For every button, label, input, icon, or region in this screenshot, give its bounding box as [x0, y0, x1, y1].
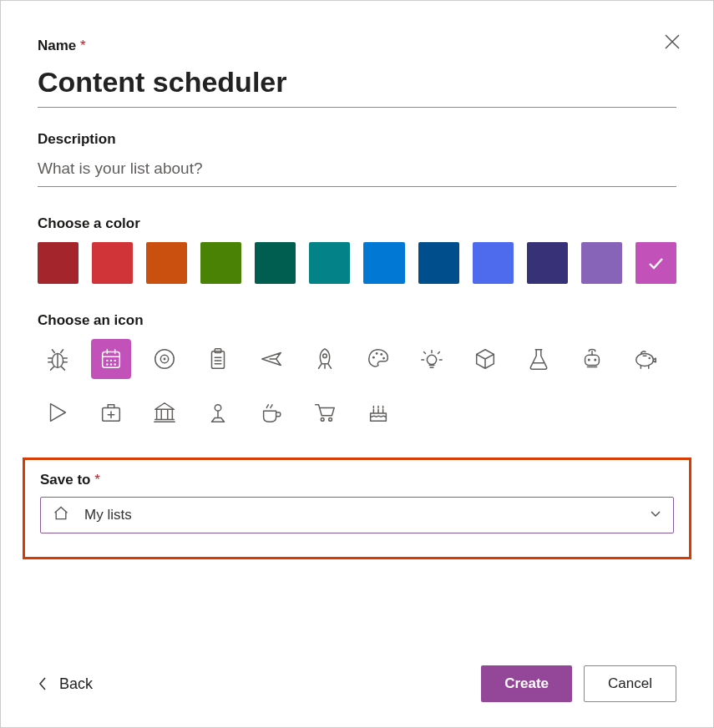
icon-option-calendar-icon[interactable]: [91, 339, 131, 379]
icon-option-bug-icon[interactable]: [38, 339, 78, 379]
svg-point-13: [323, 354, 327, 358]
icon-option-coffee-icon[interactable]: [251, 392, 291, 432]
svg-point-20: [588, 358, 590, 361]
cake-icon: [366, 400, 391, 425]
svg-point-3: [110, 360, 112, 361]
icon-option-mappin-icon[interactable]: [198, 392, 238, 432]
color-swatch-red[interactable]: [92, 242, 133, 284]
icon-option-cube-icon[interactable]: [465, 339, 505, 379]
calendar-icon: [99, 346, 124, 372]
airplane-icon: [259, 346, 284, 372]
icon-option-palette-icon[interactable]: [358, 339, 398, 379]
cart-icon: [312, 400, 337, 425]
close-icon: [665, 34, 680, 49]
dialog-footer: Back Create Cancel: [38, 665, 676, 702]
create-button[interactable]: Create: [481, 665, 572, 702]
icon-option-airplane-icon[interactable]: [251, 339, 291, 379]
target-icon: [152, 346, 177, 372]
name-label: Name *: [38, 38, 676, 54]
icon-option-robot-icon[interactable]: [572, 339, 612, 379]
description-input[interactable]: [38, 154, 676, 187]
color-swatch-green[interactable]: [200, 242, 241, 284]
home-icon: [53, 505, 69, 525]
palette-icon: [366, 346, 391, 372]
coffee-icon: [259, 400, 284, 425]
icon-option-target-icon[interactable]: [144, 339, 185, 379]
icon-option-rocket-icon[interactable]: [305, 339, 345, 379]
bug-icon: [45, 346, 70, 372]
play-icon: [45, 400, 70, 425]
icon-grid: [38, 339, 676, 432]
choose-icon-label: Choose an icon: [38, 312, 676, 329]
back-button[interactable]: Back: [38, 675, 93, 693]
robot-icon: [580, 346, 605, 372]
save-to-label: Save to *: [40, 472, 674, 488]
choose-color-label: Choose a color: [38, 215, 676, 232]
chevron-left-icon: [38, 676, 48, 691]
color-swatch-indigo[interactable]: [527, 242, 568, 284]
svg-point-23: [648, 357, 650, 359]
color-swatch-teal[interactable]: [309, 242, 350, 284]
color-swatch-dark-blue[interactable]: [418, 242, 459, 284]
svg-point-16: [380, 353, 382, 356]
svg-point-25: [215, 405, 221, 412]
color-swatch-teal-dark[interactable]: [255, 242, 296, 284]
color-swatch-dark-red[interactable]: [38, 242, 78, 284]
color-swatch-blue[interactable]: [363, 242, 404, 284]
svg-point-10: [164, 358, 166, 361]
clipboard-icon: [205, 346, 230, 372]
svg-point-15: [376, 352, 378, 355]
color-swatch-violet[interactable]: [581, 242, 622, 284]
close-button[interactable]: [665, 34, 680, 53]
cube-icon: [473, 346, 498, 372]
svg-point-6: [110, 363, 112, 365]
svg-point-7: [114, 363, 115, 365]
cancel-button[interactable]: Cancel: [584, 665, 676, 702]
piggybank-icon: [633, 346, 658, 372]
chevron-down-icon: [650, 508, 661, 523]
rocket-icon: [312, 346, 337, 372]
svg-point-4: [114, 360, 115, 361]
mappin-icon: [205, 400, 230, 425]
svg-point-27: [329, 418, 332, 422]
name-input[interactable]: [38, 61, 676, 108]
color-swatch-orange[interactable]: [146, 242, 187, 284]
color-swatch-periwinkle[interactable]: [473, 242, 514, 284]
icon-option-cake-icon[interactable]: [358, 392, 398, 432]
create-list-dialog: Name * Description Choose a color Choose…: [1, 1, 713, 727]
save-to-selected-text: My lists: [84, 507, 132, 523]
svg-point-18: [427, 355, 436, 364]
svg-point-21: [594, 358, 596, 361]
color-swatch-row: [38, 242, 676, 284]
svg-point-14: [372, 356, 375, 359]
save-to-highlight: Save to * My lists: [23, 458, 691, 559]
firstaid-icon: [99, 400, 124, 425]
bank-icon: [152, 400, 177, 425]
idea-icon: [419, 346, 444, 372]
save-to-dropdown[interactable]: My lists: [40, 497, 674, 533]
icon-option-idea-icon[interactable]: [412, 339, 452, 379]
icon-option-flask-icon[interactable]: [519, 339, 559, 379]
svg-rect-11: [212, 351, 225, 369]
icon-option-piggybank-icon[interactable]: [625, 339, 666, 379]
icon-option-firstaid-icon[interactable]: [91, 392, 131, 432]
description-label: Description: [38, 131, 676, 148]
color-swatch-pink[interactable]: [636, 242, 676, 284]
icon-option-clipboard-icon[interactable]: [198, 339, 238, 379]
svg-point-26: [321, 418, 324, 422]
svg-rect-19: [585, 355, 600, 365]
check-icon: [646, 254, 665, 272]
svg-point-2: [106, 360, 108, 361]
svg-point-5: [106, 363, 108, 365]
flask-icon: [526, 346, 551, 372]
icon-option-bank-icon[interactable]: [144, 392, 185, 432]
icon-option-play-icon[interactable]: [38, 392, 78, 432]
icon-option-cart-icon[interactable]: [305, 392, 345, 432]
svg-point-17: [382, 357, 385, 360]
